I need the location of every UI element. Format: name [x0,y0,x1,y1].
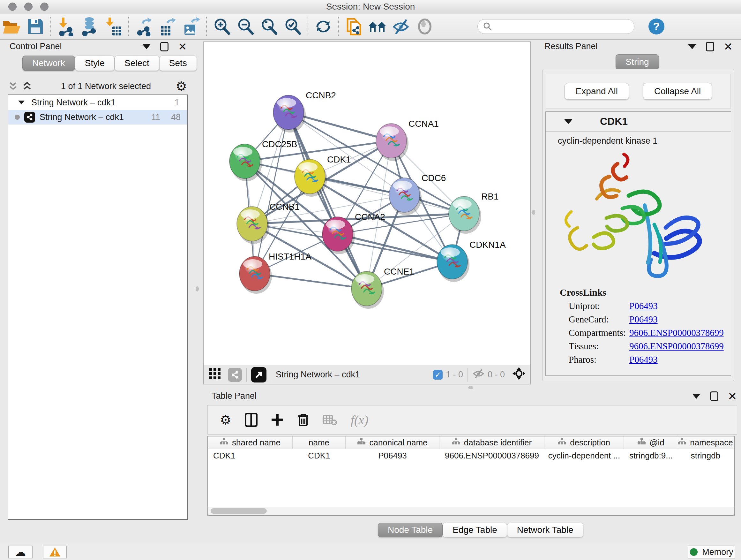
clone-network-button[interactable] [342,15,366,38]
home-networks-button[interactable] [366,15,389,38]
float-panel-icon[interactable] [688,44,696,49]
vertical-splitter-handle[interactable] [196,287,199,292]
import-table-from-file-button[interactable] [102,15,125,38]
memory-button[interactable]: Memory [688,546,735,558]
column-header-name[interactable]: name [293,436,346,449]
table-cell[interactable]: cyclin-dependent ... [544,449,624,462]
network-node-CDC6[interactable]: CDC6 [389,173,446,215]
save-session-button[interactable] [23,15,47,38]
column-header-namespace[interactable]: namespace [678,436,733,449]
node-entry-header[interactable]: CDK1 [546,112,731,132]
zoom-selected-button[interactable] [281,15,305,38]
collapse-all-networks-icon[interactable] [8,81,18,91]
float-panel-icon[interactable] [142,44,151,49]
export-network-button[interactable] [132,15,156,38]
pan-crosshair-icon[interactable] [512,367,526,383]
expand-all-networks-icon[interactable] [22,81,32,91]
control-tab-sets[interactable]: Sets [159,56,197,71]
table-tab-edge-table[interactable]: Edge Table [443,523,507,537]
open-session-button[interactable] [0,15,23,38]
hidden-eye-icon[interactable] [472,368,485,381]
refresh-layout-button[interactable] [312,15,335,38]
crosslink-link[interactable]: P06493 [629,354,658,365]
column-header--id[interactable]: @id [624,436,678,449]
column-header-description[interactable]: description [544,436,624,449]
table-row[interactable]: CDK1CDK1P064939606.ENSP00000378699cyclin… [208,449,734,462]
export-image-button[interactable] [179,15,203,38]
crosslink-link[interactable]: P06493 [629,301,658,311]
entry-collapse-icon[interactable] [564,119,572,124]
network-node-HIST1H1A[interactable]: HIST1H1A [239,252,312,294]
maximize-panel-icon[interactable] [160,42,169,51]
horizontal-scrollbar[interactable] [208,507,734,515]
column-header-canonical-name[interactable]: canonical name [346,436,440,449]
crosslink-link[interactable]: P06493 [629,314,658,325]
crosslink-row: Tissues:9606.ENSP00000378699 [569,341,731,352]
table-cell[interactable]: CDK1 [208,449,293,462]
open-in-window-icon[interactable] [251,367,266,382]
network-row[interactable]: String Network – cdk1 11 48 [8,110,187,125]
network-view[interactable]: CCNB2CCNA1CDC25BCDK1CDC6RB1CCNB1CCNA2CDK… [203,42,531,384]
scrollbar-thumb[interactable] [211,508,267,514]
control-tab-select[interactable]: Select [115,56,159,71]
show-all-button[interactable] [413,15,436,38]
close-panel-icon[interactable]: ✕ [178,42,187,51]
table-settings-gear-icon[interactable]: ⚙ [220,413,231,427]
network-node-CDK1[interactable]: CDK1 [294,154,351,197]
delete-table-icon[interactable] [323,414,337,426]
collapse-all-button[interactable]: Collapse All [643,83,712,100]
network-graph[interactable]: CCNB2CCNA1CDC25BCDK1CDC6RB1CCNB1CCNA2CDK… [204,42,530,365]
network-node-CCNA1[interactable]: CCNA1 [376,119,439,161]
maximize-panel-icon[interactable] [710,391,718,401]
table-cell[interactable]: 9606.ENSP00000378699 [440,449,544,462]
birds-eye-view-icon[interactable] [209,368,222,382]
network-node-CDKN1A[interactable]: CDKN1A [437,240,506,282]
export-table-button[interactable] [156,15,179,38]
float-panel-icon[interactable] [692,394,700,399]
cloud-status-button[interactable]: ☁ [8,546,32,558]
import-network-from-file-button[interactable] [54,15,78,38]
results-tab-string[interactable]: String [616,54,659,70]
delete-column-icon[interactable] [297,413,309,427]
import-network-from-database-button[interactable] [78,15,102,38]
zoom-fit-button[interactable] [257,15,281,38]
table-cell[interactable]: CDK1 [293,449,346,462]
column-label: shared name [232,438,280,448]
help-button[interactable]: ? [645,15,668,38]
network-options-gear-icon[interactable]: ⚙ [176,80,187,92]
network-collection-row[interactable]: String Network – cdk1 1 [8,95,187,110]
network-node-CCNE1[interactable]: CCNE1 [351,266,414,309]
close-panel-icon[interactable]: ✕ [724,42,733,51]
table-tab-node-table[interactable]: Node Table [378,523,443,537]
warnings-button[interactable] [43,546,67,558]
zoom-in-button[interactable] [210,15,233,38]
expand-all-button[interactable]: Expand All [564,83,629,100]
control-tab-network[interactable]: Network [22,56,75,71]
show-columns-icon[interactable] [245,413,258,427]
horizontal-splitter-handle[interactable] [468,386,473,389]
network-node-RB1[interactable]: RB1 [449,192,498,234]
table-tab-network-table[interactable]: Network Table [507,523,583,537]
maximize-panel-icon[interactable] [706,42,714,51]
selected-nodes-checkbox[interactable]: ✓ [433,370,443,380]
column-header-shared-name[interactable]: shared name [208,436,293,449]
crosslink-link[interactable]: 9606.ENSP00000378699 [629,327,724,338]
string-view-icon[interactable] [228,368,242,382]
table-cell[interactable]: P06493 [346,449,440,462]
function-builder-button[interactable]: f(x) [351,413,368,428]
vertical-splitter-handle[interactable] [532,210,535,215]
houses-icon [367,18,387,35]
zoom-out-button[interactable] [233,15,257,38]
toolbar-search[interactable] [477,19,634,34]
close-panel-icon[interactable]: ✕ [728,391,737,401]
crosslink-link[interactable]: 9606.ENSP00000378699 [629,341,724,352]
collection-expand-icon[interactable] [18,101,24,105]
create-column-icon[interactable] [271,414,284,426]
search-input[interactable] [492,22,620,32]
control-tab-style[interactable]: Style [75,56,115,71]
table-cell[interactable]: stringdb:9... [624,449,678,462]
table-cell[interactable]: stringdb [678,449,733,462]
hide-selected-button[interactable] [389,15,413,38]
network-node-CCNB2[interactable]: CCNB2 [273,90,336,132]
column-header-database-identifier[interactable]: database identifier [440,436,544,449]
